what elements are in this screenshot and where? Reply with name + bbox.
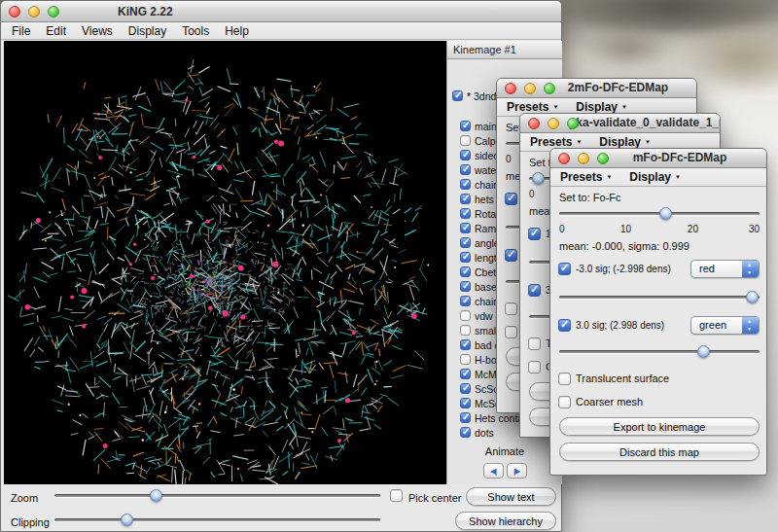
coarser-mesh-checkbox[interactable] — [528, 361, 541, 373]
display-menu[interactable]: Display▼ — [629, 170, 681, 184]
high-color-value: green — [699, 319, 726, 331]
close-button[interactable] — [9, 6, 20, 18]
item-checkbox[interactable] — [460, 266, 471, 277]
presets-menu[interactable]: Presets▼ — [560, 170, 612, 184]
menu-tools[interactable]: Tools — [174, 24, 217, 38]
menu-help[interactable]: Help — [217, 24, 257, 38]
high-contour-checkbox[interactable] — [505, 249, 517, 262]
menu-edit[interactable]: Edit — [38, 24, 74, 38]
slider-thumb[interactable] — [532, 172, 545, 185]
item-checkbox[interactable] — [460, 281, 471, 292]
item-checkbox[interactable] — [460, 252, 471, 263]
slider-tick-label: 0 — [506, 154, 512, 164]
close-button[interactable] — [505, 83, 516, 94]
high-color-popup[interactable]: green — [690, 316, 760, 335]
item-checkbox[interactable] — [460, 296, 471, 306]
item-checkbox[interactable] — [460, 179, 471, 190]
window-titlebar[interactable]: KiNG 2.22 — [1, 1, 561, 22]
window-titlebar[interactable]: 2mFo-DFc-EDMap — [497, 79, 696, 98]
close-button[interactable] — [558, 153, 570, 164]
minimize-button[interactable] — [524, 83, 536, 94]
minimize-button[interactable] — [548, 118, 559, 129]
high-contour-checkbox[interactable] — [558, 319, 571, 332]
translucent-checkbox[interactable] — [558, 372, 571, 385]
king-main-window[interactable]: KiNG 2.22 FileEditViewsDisplayToolsHelp … — [0, 0, 562, 532]
item-checkbox[interactable] — [460, 325, 471, 336]
slider-thumb[interactable] — [659, 207, 672, 220]
high-contour-checkbox[interactable] — [528, 284, 541, 297]
clipping-slider-thumb[interactable] — [121, 514, 133, 526]
discard-map-button[interactable]: Discard this map — [559, 443, 760, 461]
chevron-down-icon: ▼ — [675, 174, 681, 180]
minimize-button[interactable] — [578, 153, 589, 164]
item-checkbox[interactable] — [460, 383, 471, 394]
item-checkbox[interactable] — [460, 339, 471, 350]
low-contour-checkbox[interactable] — [558, 263, 571, 275]
menu-display[interactable]: Display — [121, 24, 174, 38]
slider-thumb[interactable] — [697, 345, 710, 358]
zoom-slider-thumb[interactable] — [150, 489, 162, 502]
menu-file[interactable]: File — [4, 24, 38, 38]
export-kinemage-button[interactable]: Export to kinemage — [559, 417, 760, 436]
low-contour-checkbox[interactable] — [528, 228, 541, 240]
coarser-mesh-checkbox[interactable] — [558, 396, 571, 408]
translucent-checkbox[interactable] — [528, 337, 541, 350]
pick-center-checkbox[interactable] — [390, 489, 403, 502]
presets-menu[interactable]: Presets▼ — [530, 135, 582, 149]
zoom-window-button[interactable] — [48, 6, 59, 18]
close-button[interactable] — [528, 118, 540, 129]
window-titlebar[interactable]: pka-validate_0_validate_1_ma... — [520, 114, 720, 133]
clipping-slider-track — [54, 518, 380, 521]
presets-menu[interactable]: Presets▼ — [507, 100, 558, 114]
coarser-mesh-checkbox[interactable] — [505, 326, 517, 338]
slider-thumb[interactable] — [746, 291, 759, 303]
low-color-popup[interactable]: red — [690, 260, 760, 278]
item-checkbox[interactable] — [460, 354, 471, 365]
pick-center-label: Pick center — [408, 492, 461, 504]
low-contour-label: -3.0 sig; (-2.998 dens) — [576, 264, 671, 274]
display-menu[interactable]: Display▼ — [576, 100, 627, 114]
translucent-checkbox[interactable] — [505, 302, 517, 315]
item-checkbox[interactable] — [452, 90, 463, 101]
menu-views[interactable]: Views — [74, 24, 121, 38]
item-checkbox[interactable] — [460, 194, 471, 204]
coarser-mesh-label: Coarser mesh — [576, 396, 643, 408]
item-checkbox[interactable] — [460, 310, 471, 321]
item-checkbox[interactable] — [460, 121, 471, 131]
item-checkbox[interactable] — [460, 223, 471, 233]
show-hierarchy-button[interactable]: Show hierarchy — [455, 512, 556, 530]
animate-buttons: ◀| |▶ — [447, 463, 562, 479]
zoom-window-button[interactable] — [544, 83, 555, 94]
kinemage-tab[interactable]: Kinemage #1 — [447, 41, 562, 59]
molecule-render — [4, 41, 446, 484]
item-checkbox[interactable] — [460, 412, 471, 423]
minimize-button[interactable] — [28, 6, 40, 18]
item-checkbox[interactable] — [460, 208, 471, 219]
graphics-canvas[interactable] — [4, 41, 446, 484]
item-checkbox[interactable] — [460, 369, 471, 379]
item-checkbox[interactable] — [460, 150, 471, 160]
item-label: dots — [475, 427, 494, 439]
map-window-front[interactable]: mFo-DFc-EDMap Presets▼ Display▼ Set to: … — [549, 148, 767, 476]
zoom-slider[interactable] — [54, 489, 380, 502]
item-checkbox[interactable] — [460, 135, 471, 146]
animate-next-button[interactable]: |▶ — [507, 463, 527, 479]
low-contour-checkbox[interactable] — [505, 193, 517, 205]
level-slider[interactable] — [559, 207, 760, 220]
low-level-slider[interactable] — [559, 291, 760, 303]
zoom-window-button[interactable] — [567, 118, 579, 129]
item-checkbox[interactable] — [460, 427, 471, 438]
show-text-button[interactable]: Show text — [466, 487, 556, 506]
window-titlebar[interactable]: mFo-DFc-EDMap — [550, 149, 766, 168]
item-checkbox[interactable] — [460, 164, 471, 175]
display-menu[interactable]: Display▼ — [599, 135, 651, 149]
animate-prev-button[interactable]: ◀| — [483, 463, 504, 479]
high-level-slider[interactable] — [559, 345, 760, 358]
slider-track — [559, 350, 760, 353]
item-checkbox[interactable] — [460, 398, 471, 408]
popup-arrows-icon — [742, 317, 759, 334]
item-checkbox[interactable] — [460, 237, 471, 248]
slider-track — [559, 296, 760, 299]
zoom-window-button[interactable] — [597, 153, 609, 164]
clipping-slider[interactable] — [54, 514, 380, 526]
